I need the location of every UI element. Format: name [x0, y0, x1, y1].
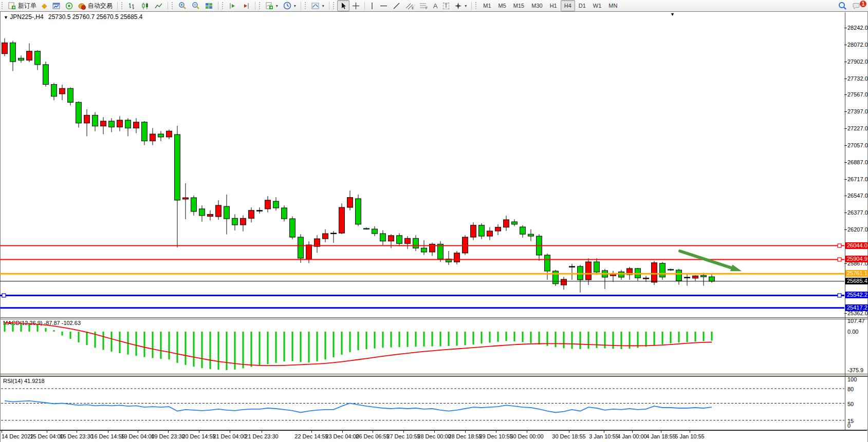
price-axis-tick [844, 213, 847, 213]
candle-body [232, 218, 238, 225]
macd-hist-bar [374, 332, 376, 349]
macd-hist-bar [423, 332, 425, 347]
candle-body [134, 122, 139, 128]
macd-hist-bar [563, 332, 565, 348]
time-axis-label: 21 Dec 04:00 [213, 433, 246, 439]
candle-body [643, 278, 649, 279]
candle-body [306, 245, 312, 259]
macd-hist-bar [12, 323, 14, 332]
time-axis-label: 21 Dec 23:30 [245, 433, 278, 439]
macd-hist-bar [267, 332, 269, 364]
time-axis-label: 30 Dec 18:55 [552, 433, 585, 439]
candle-body [512, 222, 518, 224]
candle-body [586, 262, 592, 280]
candle-body [660, 263, 666, 277]
macd-hist-bar [136, 332, 137, 356]
candle-body [331, 233, 337, 234]
price-axis-tick [844, 94, 847, 95]
candle-body [241, 218, 246, 225]
candle-body [380, 234, 386, 241]
macd-hist-bar [382, 332, 384, 348]
macd-hist-bar [284, 332, 285, 361]
chart-canvas[interactable] [0, 0, 868, 442]
candle-body [224, 206, 230, 219]
line-handle[interactable] [838, 258, 841, 261]
macd-hist-bar [292, 332, 293, 361]
price-axis-label: 27902.0 [847, 59, 868, 65]
macd-hist-bar [621, 332, 622, 349]
candle-body [117, 120, 123, 127]
candle-body [495, 227, 501, 231]
candle-body [93, 115, 98, 126]
price-tag: 26044.0 [845, 242, 868, 249]
candle-body [265, 200, 271, 209]
macd-hist-bar [391, 332, 392, 348]
candle-body [347, 198, 353, 207]
macd-hist-bar [555, 332, 557, 347]
macd-hist-bar [160, 332, 162, 359]
time-axis-tick [199, 431, 199, 433]
price-axis-label: 27567.0 [847, 91, 868, 98]
macd-hist-bar [29, 323, 30, 332]
macd-hist-bar [300, 332, 302, 362]
price-axis-label: 26207.0 [847, 226, 868, 233]
line-handle[interactable] [2, 294, 6, 297]
macd-hist-bar [201, 332, 203, 368]
macd-hist-bar [218, 332, 219, 370]
price-axis-tick [844, 111, 847, 112]
time-axis-tick [434, 431, 435, 433]
price-axis-label: 25362.0 [847, 310, 868, 316]
line-handle[interactable] [838, 244, 841, 247]
macd-hist-bar [440, 332, 441, 347]
price-axis-tick [844, 162, 847, 163]
macd-hist-bar [613, 332, 614, 349]
price-axis-label: 28072.0 [847, 42, 868, 48]
time-axis-tick [690, 431, 690, 433]
candle-body [282, 208, 287, 219]
candle-body [35, 51, 41, 65]
time-axis-tick [465, 431, 466, 433]
candle-body [389, 236, 394, 241]
time-axis-label: 15 Dec 23:30 [60, 433, 93, 439]
time-axis-tick [47, 431, 47, 433]
time-axis-label: 15 Dec 04:00 [30, 433, 63, 439]
time-axis-label: 28 Dec 00:00 [417, 433, 451, 439]
macd-hist-bar [210, 332, 211, 369]
macd-hist-bar [596, 332, 598, 348]
time-axis-tick [168, 431, 169, 433]
time-axis-tick [373, 431, 373, 433]
candle-body [405, 238, 411, 243]
macd-hist-bar [662, 332, 663, 344]
macd-hist-bar [506, 332, 507, 341]
candle-body [487, 231, 493, 236]
line-handle[interactable] [838, 294, 841, 297]
candle-body [175, 134, 180, 200]
candle-body [19, 58, 24, 60]
candle-body [183, 198, 189, 199]
macd-hist-bar [70, 332, 71, 339]
macd-hist-bar [670, 332, 672, 343]
macd-hist-bar [571, 332, 573, 349]
candle-body [685, 277, 690, 278]
candle-body [421, 248, 427, 252]
macd-hist-bar [21, 323, 22, 332]
time-axis-label: 20 Dec 14:55 [182, 433, 215, 439]
candle-body [372, 229, 378, 234]
macd-hist-bar [111, 332, 113, 352]
macd-hist-bar [399, 332, 400, 347]
time-axis-tick [403, 431, 404, 433]
macd-hist-bar [489, 332, 491, 343]
candle-body [693, 276, 698, 278]
price-axis-label: 26547.0 [847, 193, 868, 199]
candle-body [150, 134, 156, 141]
macd-hist-bar [358, 332, 359, 350]
macd-hist-bar [243, 332, 244, 368]
time-axis-tick [108, 431, 108, 433]
time-axis-tick [2, 431, 2, 433]
macd-hist-bar [317, 332, 318, 361]
time-axis-tick [342, 431, 343, 433]
macd-hist-bar [645, 332, 647, 347]
candle-body [397, 236, 402, 243]
trend-arrow-annotation[interactable] [680, 251, 735, 269]
candle-body [10, 43, 16, 62]
